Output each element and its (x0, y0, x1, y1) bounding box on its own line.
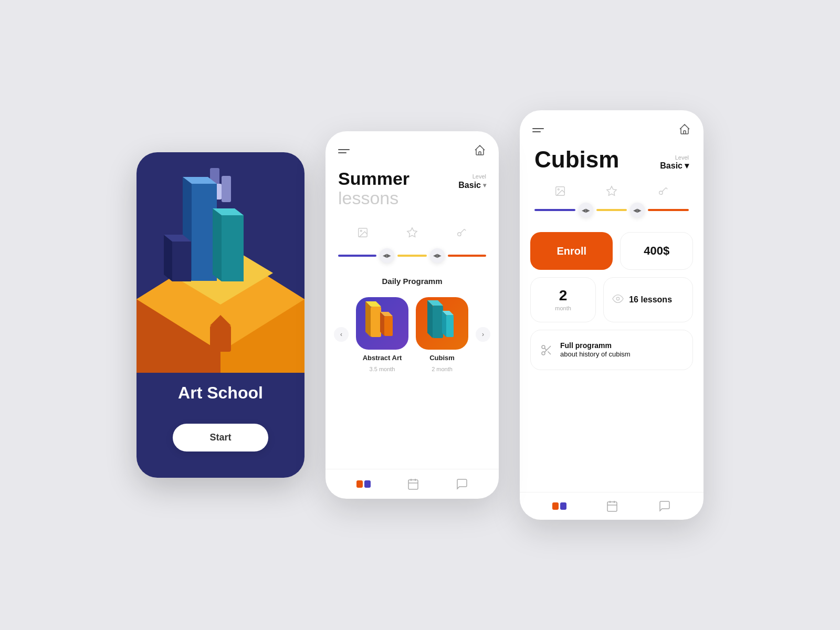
screen1-title: Art School (178, 383, 263, 403)
start-button[interactable]: Start (173, 424, 268, 452)
course-name-cubism: Cubism (429, 354, 455, 362)
svg-point-44 (659, 191, 663, 194)
level-value: Basic (458, 181, 481, 190)
scissors-icon (540, 344, 553, 356)
screen1-art-school: Art School Start (136, 152, 304, 478)
s3-progress-dot-2[interactable]: ◀▶ (630, 203, 645, 217)
carousel-next[interactable]: › (476, 327, 490, 342)
home-icon[interactable] (474, 144, 486, 159)
svg-rect-54 (607, 502, 617, 511)
cards-area: Enroll 400$ 2 month 16 lessons (520, 226, 704, 376)
svg-marker-33 (427, 300, 433, 338)
s3-progress-purple (534, 209, 575, 211)
svg-marker-30 (380, 312, 384, 336)
title-left: Summer lessons (338, 169, 410, 208)
screen3-header (520, 110, 704, 143)
svg-rect-28 (384, 316, 393, 336)
program-card[interactable]: Full programm about history of cubism (530, 330, 693, 370)
course-card-abstract[interactable]: Abstract Art 3.5 month (356, 297, 408, 372)
bottom-nav-screen3 (520, 492, 704, 520)
nav-calendar-screen2[interactable] (407, 478, 419, 490)
nav-calendar-screen3[interactable] (606, 500, 618, 512)
svg-marker-14 (164, 235, 172, 281)
middle-cards-row: 2 month 16 lessons (530, 277, 693, 322)
top-cards-row: Enroll 400$ (530, 232, 693, 270)
title-section: Summer lessons Level Basic ▾ (326, 164, 499, 217)
nav-home-screen3[interactable] (552, 502, 566, 510)
svg-rect-16 (210, 326, 231, 352)
s3-progress-yellow (596, 209, 627, 211)
duration-number: 2 (559, 288, 568, 303)
eye-icon (612, 293, 624, 307)
svg-rect-13 (172, 242, 191, 281)
svg-rect-31 (433, 306, 443, 338)
screen3-tab-key[interactable] (652, 180, 675, 203)
daily-section: Daily Programm (326, 271, 499, 297)
svg-rect-25 (371, 307, 381, 337)
enroll-button[interactable]: Enroll (530, 232, 613, 270)
course-icon-abstract (356, 297, 408, 350)
level-dropdown[interactable]: Basic ▾ (458, 181, 486, 190)
svg-point-21 (458, 233, 461, 236)
cubism-level: Level Basic ▾ (660, 148, 689, 171)
level-selector: Level Basic ▾ (458, 169, 486, 190)
tab-key[interactable] (450, 221, 473, 244)
svg-marker-36 (442, 311, 446, 337)
svg-point-19 (360, 230, 362, 232)
cubism-title: Cubism (534, 148, 619, 171)
screen2-header (326, 131, 499, 164)
svg-point-42 (558, 188, 559, 190)
screen3-cubism: Cubism Level Basic ▾ ◀▶ (520, 110, 704, 520)
progress-dot-1[interactable]: ◀▶ (380, 248, 394, 263)
screen3-home-icon[interactable] (678, 123, 691, 138)
svg-line-45 (663, 189, 665, 191)
svg-line-22 (461, 230, 463, 233)
course-name-abstract: Abstract Art (363, 354, 402, 362)
art-illustration (136, 152, 304, 373)
progress-orange (448, 255, 486, 257)
screen3-progress: ◀▶ ◀▶ (520, 203, 704, 217)
svg-rect-37 (408, 480, 418, 489)
carousel-prev[interactable]: ‹ (334, 327, 349, 342)
screen3-menu-icon[interactable] (532, 128, 544, 132)
duration-label: month (555, 305, 571, 311)
course-duration-cubism: 2 month (432, 366, 453, 372)
courses-list: Abstract Art 3.5 month (354, 297, 470, 372)
svg-rect-34 (446, 315, 454, 337)
progress-yellow (397, 255, 426, 257)
cubism-level-label: Level (675, 154, 689, 161)
progress-dot-2[interactable]: ◀▶ (430, 248, 445, 263)
s3-progress-dot-1[interactable]: ◀▶ (579, 203, 593, 217)
svg-point-49 (542, 345, 545, 349)
s3-nav-active-icon (552, 502, 566, 510)
lessons-card: 16 lessons (603, 277, 693, 322)
svg-line-24 (463, 229, 465, 230)
nav-home-screen2[interactable] (356, 480, 371, 488)
svg-marker-20 (407, 228, 417, 237)
course-duration-abstract: 3.5 month (370, 366, 395, 372)
svg-marker-43 (607, 186, 616, 195)
main-title: Summer (338, 169, 410, 188)
sub-title: lessons (338, 188, 410, 208)
nav-active-icon (356, 480, 371, 488)
svg-point-48 (616, 297, 620, 300)
menu-icon[interactable] (338, 149, 350, 153)
cubism-title-section: Cubism Level Basic ▾ (520, 143, 704, 180)
nav-chat-screen2[interactable] (456, 478, 468, 490)
svg-line-53 (544, 348, 547, 350)
svg-point-50 (542, 352, 545, 355)
daily-title: Daily Programm (326, 277, 499, 286)
cubism-level-value: Basic (660, 161, 682, 171)
nav-chat-screen3[interactable] (658, 500, 671, 512)
program-sub: about history of cubism (560, 350, 631, 359)
svg-marker-11 (213, 208, 222, 281)
tab-star[interactable] (401, 221, 424, 244)
progress-bar: ◀▶ ◀▶ (326, 248, 499, 263)
cubism-level-dropdown[interactable]: Basic ▾ (660, 161, 689, 171)
duration-card: 2 month (530, 277, 596, 322)
tab-image[interactable] (351, 221, 374, 244)
course-card-cubism[interactable]: Cubism 2 month (416, 297, 468, 372)
screen3-tab-star[interactable] (600, 180, 623, 203)
screen3-tab-image[interactable] (549, 180, 572, 203)
course-icon-cubism (416, 297, 468, 350)
